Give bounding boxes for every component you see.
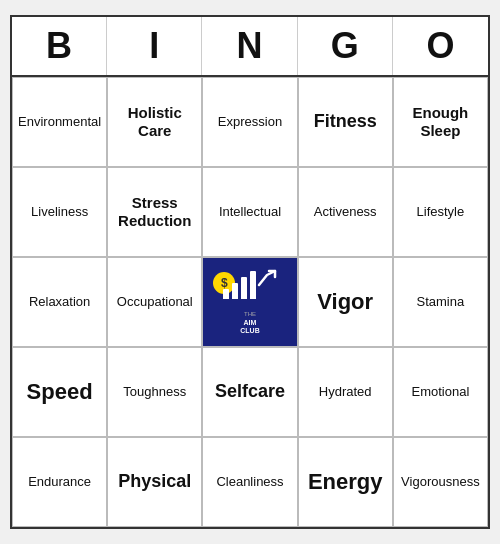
cell-label: Activeness bbox=[314, 204, 377, 220]
the-label: THE bbox=[244, 311, 256, 317]
bingo-cell: Expression bbox=[202, 77, 297, 167]
header-letter: G bbox=[298, 17, 393, 75]
bingo-cell: Lifestyle bbox=[393, 167, 488, 257]
cell-label: Holistic Care bbox=[112, 104, 197, 140]
chart-graphic bbox=[223, 269, 277, 309]
cell-label: Relaxation bbox=[29, 294, 90, 310]
cell-label: Stress Reduction bbox=[112, 194, 197, 230]
bingo-cell: Endurance bbox=[12, 437, 107, 527]
bingo-card: BINGO EnvironmentalHolistic CareExpressi… bbox=[10, 15, 490, 529]
bingo-cell: Hydrated bbox=[298, 347, 393, 437]
bingo-cell: Vigorousness bbox=[393, 437, 488, 527]
bingo-cell: Selfcare bbox=[202, 347, 297, 437]
header-letter: I bbox=[107, 17, 202, 75]
header-letter: N bbox=[202, 17, 297, 75]
cell-label: Liveliness bbox=[31, 204, 88, 220]
cell-label: Environmental bbox=[18, 114, 101, 130]
bingo-cell: Occupational bbox=[107, 257, 202, 347]
cell-label: Selfcare bbox=[215, 381, 285, 403]
bingo-cell: Cleanliness bbox=[202, 437, 297, 527]
cell-label: Fitness bbox=[314, 111, 377, 133]
cell-label: Hydrated bbox=[319, 384, 372, 400]
bingo-cell: Toughness bbox=[107, 347, 202, 437]
cell-label: Emotional bbox=[411, 384, 469, 400]
bingo-cell: Intellectual bbox=[202, 167, 297, 257]
bingo-cell: $ THE AIMCLUB bbox=[202, 257, 297, 347]
bingo-cell: Stress Reduction bbox=[107, 167, 202, 257]
cell-label: Lifestyle bbox=[417, 204, 465, 220]
cell-label: Intellectual bbox=[219, 204, 281, 220]
cell-label: Stamina bbox=[417, 294, 465, 310]
aim-club-label: AIMCLUB bbox=[240, 319, 259, 336]
cell-label: Energy bbox=[308, 469, 383, 495]
cell-label: Toughness bbox=[123, 384, 186, 400]
arrow-icon bbox=[257, 269, 277, 289]
cell-label: Vigor bbox=[317, 289, 373, 315]
bingo-cell: Physical bbox=[107, 437, 202, 527]
bingo-grid: EnvironmentalHolistic CareExpressionFitn… bbox=[12, 77, 488, 527]
bingo-cell: Activeness bbox=[298, 167, 393, 257]
bingo-cell: Emotional bbox=[393, 347, 488, 437]
bingo-cell: Speed bbox=[12, 347, 107, 437]
bingo-cell: Energy bbox=[298, 437, 393, 527]
cell-label: Occupational bbox=[117, 294, 193, 310]
bingo-cell: Environmental bbox=[12, 77, 107, 167]
bingo-header: BINGO bbox=[12, 17, 488, 77]
bingo-cell: Vigor bbox=[298, 257, 393, 347]
free-space: $ THE AIMCLUB bbox=[203, 258, 296, 346]
bingo-cell: Enough Sleep bbox=[393, 77, 488, 167]
bingo-cell: Liveliness bbox=[12, 167, 107, 257]
header-letter: B bbox=[12, 17, 107, 75]
bingo-cell: Stamina bbox=[393, 257, 488, 347]
bingo-cell: Holistic Care bbox=[107, 77, 202, 167]
bingo-cell: Relaxation bbox=[12, 257, 107, 347]
cell-label: Physical bbox=[118, 471, 191, 493]
header-letter: O bbox=[393, 17, 488, 75]
bingo-cell: Fitness bbox=[298, 77, 393, 167]
cell-label: Endurance bbox=[28, 474, 91, 490]
cell-label: Vigorousness bbox=[401, 474, 480, 490]
cell-label: Speed bbox=[27, 379, 93, 405]
cell-label: Expression bbox=[218, 114, 282, 130]
cell-label: Enough Sleep bbox=[398, 104, 483, 140]
cell-label: Cleanliness bbox=[216, 474, 283, 490]
